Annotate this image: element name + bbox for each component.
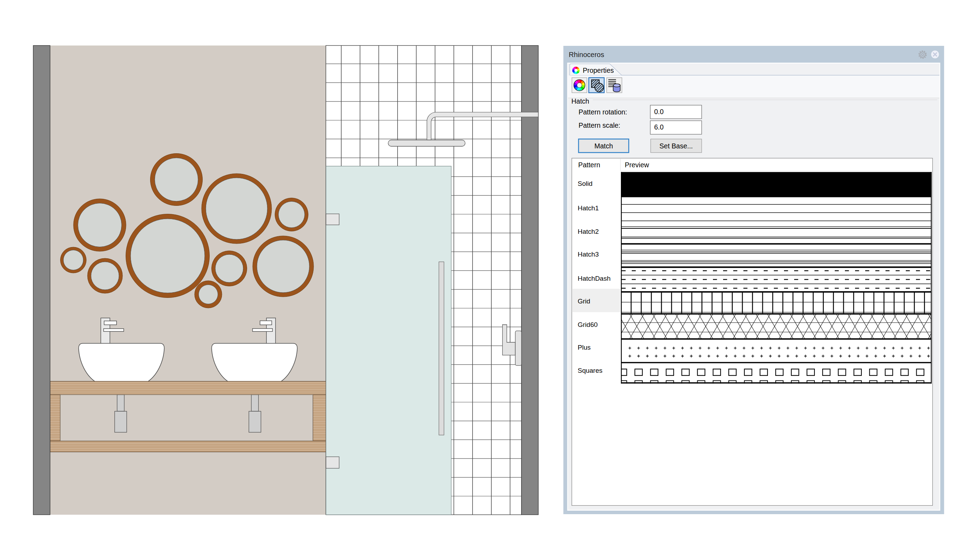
svg-text:Rhinoceros: Rhinoceros: [569, 51, 604, 58]
svg-text:Hatch1: Hatch1: [578, 204, 599, 212]
svg-text:Grid60: Grid60: [578, 321, 598, 328]
svg-text:Hatch: Hatch: [572, 97, 589, 105]
svg-text:Pattern scale:: Pattern scale:: [578, 122, 620, 129]
svg-text:Solid: Solid: [578, 180, 593, 187]
svg-text:Hatch3: Hatch3: [578, 251, 599, 258]
svg-text:0.0: 0.0: [654, 108, 663, 115]
svg-text:Squares: Squares: [578, 367, 603, 374]
svg-text:Match: Match: [594, 142, 613, 150]
svg-text:Grid: Grid: [578, 298, 590, 305]
svg-text:Plus: Plus: [578, 344, 591, 351]
svg-text:Pattern rotation:: Pattern rotation:: [578, 108, 627, 116]
svg-text:Hatch2: Hatch2: [578, 228, 599, 235]
svg-text:HatchDash: HatchDash: [578, 275, 611, 282]
svg-text:Preview: Preview: [625, 161, 649, 169]
svg-text:Set Base...: Set Base...: [659, 142, 693, 150]
svg-text:Properties: Properties: [583, 67, 614, 74]
svg-text:Pattern: Pattern: [578, 161, 600, 169]
svg-text:6.0: 6.0: [654, 123, 663, 131]
